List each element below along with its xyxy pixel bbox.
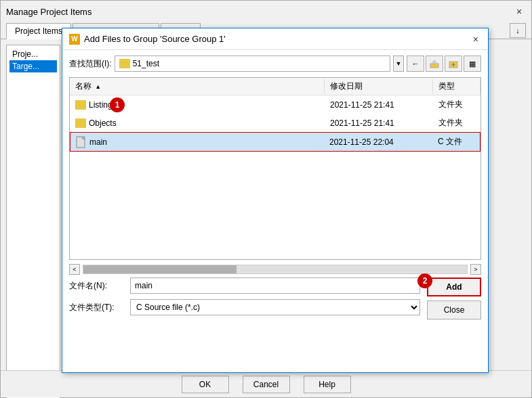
left-panel-item-project[interactable]: Proje...: [9, 48, 57, 60]
file-browser: 查找范围(I): 51_test ▼ ← ▦: [62, 50, 488, 326]
file-row-objects[interactable]: Objects 2021-11-25 21:41 文件夹: [70, 114, 480, 132]
form-fields: 文件名(N): 文件类型(T): C Source file (*.c) All…: [69, 278, 420, 321]
dialog-close-button[interactable]: ×: [470, 32, 481, 46]
dialog-icon: W: [69, 34, 80, 45]
tab-scroll-button[interactable]: ↓: [510, 23, 526, 38]
new-folder-button[interactable]: [445, 56, 462, 72]
view-toggle-button[interactable]: ▦: [464, 56, 481, 72]
filetype-label: 文件类型(T):: [69, 302, 130, 313]
header-type: 类型: [433, 79, 480, 93]
nav-up-button[interactable]: [426, 56, 443, 72]
c-file-icon-main: [76, 137, 87, 147]
action-buttons: 2 Add Close: [427, 278, 481, 319]
location-bar: 查找范围(I): 51_test ▼ ← ▦: [69, 56, 481, 72]
outer-window-title: Manage Project Items: [6, 7, 91, 17]
help-button[interactable]: Help: [304, 376, 351, 393]
badge-1: 1: [110, 97, 125, 112]
scroll-track[interactable]: [83, 265, 468, 274]
outer-titlebar: Manage Project Items ×: [1, 1, 531, 22]
filetype-row: 文件类型(T): C Source file (*.c) All Files (…: [69, 299, 420, 315]
outer-close-button[interactable]: ×: [512, 5, 526, 18]
dialog-titlebar: W Add Files to Group 'Source Group 1' ×: [62, 28, 488, 50]
folder-icon-listings: [75, 100, 86, 110]
file-list-header: 名称 ▲ 修改日期 类型: [70, 78, 480, 95]
svg-marker-1: [431, 60, 438, 64]
scroll-right-button[interactable]: >: [470, 264, 481, 275]
nav-back-button[interactable]: ←: [407, 56, 424, 72]
add-button[interactable]: Add: [427, 278, 481, 296]
location-input[interactable]: 51_test: [115, 56, 390, 72]
scroll-thumb: [83, 265, 237, 273]
filetype-select[interactable]: C Source file (*.c) All Files (*.*): [130, 299, 420, 315]
dialog-title: Add Files to Group 'Source Group 1': [84, 34, 226, 44]
header-date: 修改日期: [325, 79, 433, 93]
cancel-button[interactable]: Cancel: [243, 376, 290, 393]
header-name: 名称 ▲: [70, 79, 325, 93]
ok-button[interactable]: OK: [182, 376, 229, 393]
location-label: 查找范围(I):: [69, 58, 112, 70]
badge-2: 2: [417, 273, 432, 288]
location-value: 51_test: [133, 59, 159, 68]
sort-arrow: ▲: [95, 83, 101, 90]
tab-nav-right: ↓: [510, 22, 526, 39]
filename-row: 文件名(N):: [69, 278, 420, 294]
file-list[interactable]: 名称 ▲ 修改日期 类型 Listings 2021-11-25 21:41 文…: [69, 77, 481, 260]
svg-rect-4: [453, 63, 454, 66]
filename-input[interactable]: [130, 278, 420, 294]
svg-rect-0: [430, 64, 438, 68]
scroll-left-button[interactable]: <: [69, 264, 80, 275]
left-panel-item-target[interactable]: Targe...: [9, 60, 57, 72]
form-area: 文件名(N): 文件类型(T): C Source file (*.c) All…: [69, 278, 481, 321]
outer-window: Manage Project Items × Project Items Fol…: [0, 0, 532, 398]
location-dropdown[interactable]: ▼: [393, 56, 404, 72]
left-panel: Proje... Targe...: [6, 45, 60, 398]
file-row-listings[interactable]: Listings 2021-11-25 21:41 文件夹: [70, 95, 480, 114]
filename-label: 文件名(N):: [69, 280, 130, 292]
file-row-main[interactable]: main 2021-11-25 22:04 C 文件: [70, 132, 480, 152]
location-folder-icon: [119, 59, 130, 68]
horizontal-scrollbar[interactable]: < >: [69, 264, 481, 275]
folder-icon-objects: [75, 118, 86, 128]
toolbar-buttons: ← ▦: [407, 56, 481, 72]
add-files-dialog: W Add Files to Group 'Source Group 1' × …: [62, 28, 489, 373]
outer-bottom-bar: OK Cancel Help: [1, 370, 531, 397]
close-button[interactable]: Close: [427, 301, 481, 319]
